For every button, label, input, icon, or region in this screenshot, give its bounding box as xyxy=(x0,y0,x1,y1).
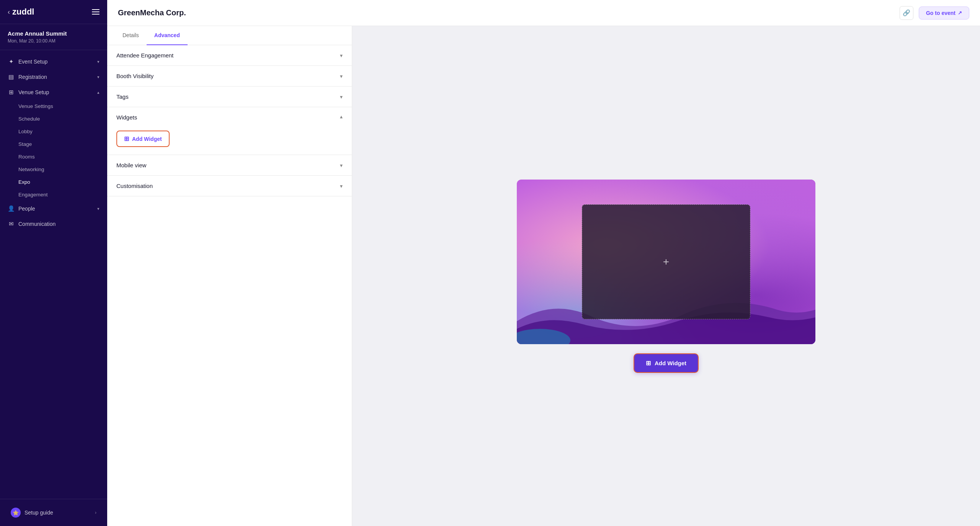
tab-details[interactable]: Details xyxy=(115,26,147,45)
star-badge: ⭐ xyxy=(11,508,21,518)
chevron-down-icon: ▾ xyxy=(340,94,343,100)
add-widget-label-small: Add Widget xyxy=(132,136,162,142)
accordion-content-widgets: ⊞ Add Widget xyxy=(107,127,352,155)
event-date: Mon, Mar 20, 10:00 AM xyxy=(8,38,100,44)
accordion-label-tags: Tags xyxy=(116,93,129,100)
tab-advanced[interactable]: Advanced xyxy=(147,26,188,45)
nav-label-event-setup: Event Setup xyxy=(18,59,47,65)
nav-label-people: People xyxy=(18,206,35,212)
accordion-header-widgets[interactable]: Widgets ▾ xyxy=(107,107,352,127)
accordion-mobile-view: Mobile view ▾ xyxy=(107,155,352,176)
accordion-tags: Tags ▾ xyxy=(107,87,352,107)
logo-text: zuddl xyxy=(12,7,34,17)
accordion-header-mobile-view[interactable]: Mobile view ▾ xyxy=(107,155,352,175)
add-widget-label-large: Add Widget xyxy=(655,360,686,366)
widget-placeholder[interactable]: + xyxy=(582,204,750,319)
chevron-down-icon: ▾ xyxy=(97,206,100,211)
plus-icon: + xyxy=(663,256,669,268)
sidebar-item-lobby[interactable]: Lobby xyxy=(0,125,107,138)
setup-guide-item[interactable]: ⭐ Setup guide › xyxy=(6,504,101,521)
chevron-down-icon: ▾ xyxy=(340,183,343,189)
back-arrow-icon[interactable]: ‹ xyxy=(8,8,10,16)
sidebar-item-stage[interactable]: Stage xyxy=(0,138,107,150)
nav-label-registration: Registration xyxy=(18,74,47,80)
sidebar-item-expo[interactable]: Expo xyxy=(0,176,107,188)
venue-setup-icon: ⊞ xyxy=(8,89,15,96)
chevron-down-icon: ▾ xyxy=(340,162,343,168)
chevron-up-icon: ▴ xyxy=(97,90,100,95)
sidebar-item-networking[interactable]: Networking xyxy=(0,163,107,176)
chevron-down-icon: ▾ xyxy=(97,75,100,80)
nav-label-venue-setup: Venue Setup xyxy=(18,89,49,95)
widget-grid-icon-large: ⊞ xyxy=(646,359,651,367)
sidebar-item-engagement[interactable]: Engagement xyxy=(0,188,107,201)
chevron-right-icon: › xyxy=(95,510,96,515)
sidebar-event-info: Acme Annual Summit Mon, Mar 20, 10:00 AM xyxy=(0,24,107,50)
accordion-label-widgets: Widgets xyxy=(116,114,137,121)
sidebar-item-registration[interactable]: ▤ Registration ▾ xyxy=(0,69,107,85)
add-widget-button-small[interactable]: ⊞ Add Widget xyxy=(116,131,170,147)
sidebar-item-rooms[interactable]: Rooms xyxy=(0,150,107,163)
main-content: GreenMecha Corp. 🔗 Go to event ↗ Details… xyxy=(107,0,980,526)
goto-event-button[interactable]: Go to event ↗ xyxy=(919,7,969,20)
sidebar-header: ‹ zuddl xyxy=(0,0,107,24)
add-widget-button-large[interactable]: ⊞ Add Widget xyxy=(634,353,699,373)
page-title: GreenMecha Corp. xyxy=(118,8,186,17)
preview-area: + ⊞ Add Widget xyxy=(352,26,980,526)
sidebar-item-communication[interactable]: ✉ Communication xyxy=(0,216,107,232)
accordion-booth-visibility: Booth Visibility ▾ xyxy=(107,66,352,87)
goto-event-label: Go to event xyxy=(926,10,956,16)
accordion-header-customisation[interactable]: Customisation ▾ xyxy=(107,176,352,196)
people-icon: 👤 xyxy=(8,205,15,212)
hamburger-icon[interactable] xyxy=(92,9,100,15)
accordion-label-attendee-engagement: Attendee Engagement xyxy=(116,52,173,59)
sidebar: ‹ zuddl Acme Annual Summit Mon, Mar 20, … xyxy=(0,0,107,526)
content-area: Details Advanced Attendee Engagement ▾ B… xyxy=(107,26,980,526)
sidebar-item-people[interactable]: 👤 People ▾ xyxy=(0,201,107,216)
accordion-attendee-engagement: Attendee Engagement ▾ xyxy=(107,45,352,66)
accordion-widgets: Widgets ▾ ⊞ Add Widget xyxy=(107,107,352,155)
chevron-down-icon: ▾ xyxy=(340,73,343,79)
sidebar-nav: ✦ Event Setup ▾ ▤ Registration ▾ ⊞ Venue… xyxy=(0,50,107,499)
copy-link-button[interactable]: 🔗 xyxy=(900,6,913,20)
topbar-actions: 🔗 Go to event ↗ xyxy=(900,6,969,20)
setup-guide-label: Setup guide xyxy=(24,510,53,516)
sidebar-logo[interactable]: ‹ zuddl xyxy=(8,7,34,17)
registration-icon: ▤ xyxy=(8,74,15,80)
sidebar-item-venue-settings[interactable]: Venue Settings xyxy=(0,100,107,113)
booth-preview: + xyxy=(517,180,815,344)
tabs-bar: Details Advanced xyxy=(107,26,352,45)
chevron-down-icon: ▾ xyxy=(340,52,343,59)
topbar: GreenMecha Corp. 🔗 Go to event ↗ xyxy=(107,0,980,26)
event-setup-icon: ✦ xyxy=(8,58,15,65)
accordion-header-tags[interactable]: Tags ▾ xyxy=(107,87,352,107)
sidebar-item-venue-setup[interactable]: ⊞ Venue Setup ▴ xyxy=(0,85,107,100)
accordion-label-mobile-view: Mobile view xyxy=(116,162,146,168)
chevron-down-icon: ▾ xyxy=(97,59,100,64)
settings-panel: Details Advanced Attendee Engagement ▾ B… xyxy=(107,26,352,526)
sidebar-footer: ⭐ Setup guide › xyxy=(0,499,107,526)
chevron-up-icon: ▾ xyxy=(340,114,343,121)
event-name: Acme Annual Summit xyxy=(8,30,100,37)
accordion-header-booth-visibility[interactable]: Booth Visibility ▾ xyxy=(107,66,352,86)
sidebar-item-event-setup[interactable]: ✦ Event Setup ▾ xyxy=(0,54,107,69)
accordion-customisation: Customisation ▾ xyxy=(107,176,352,196)
accordion-label-booth-visibility: Booth Visibility xyxy=(116,73,154,79)
widget-grid-icon: ⊞ xyxy=(124,135,129,142)
communication-icon: ✉ xyxy=(8,221,15,227)
accordion-header-attendee-engagement[interactable]: Attendee Engagement ▾ xyxy=(107,45,352,65)
accordion-label-customisation: Customisation xyxy=(116,183,153,189)
link-icon: 🔗 xyxy=(903,9,910,16)
sidebar-item-schedule[interactable]: Schedule xyxy=(0,113,107,125)
nav-label-communication: Communication xyxy=(18,221,56,227)
external-link-icon: ↗ xyxy=(958,10,962,16)
